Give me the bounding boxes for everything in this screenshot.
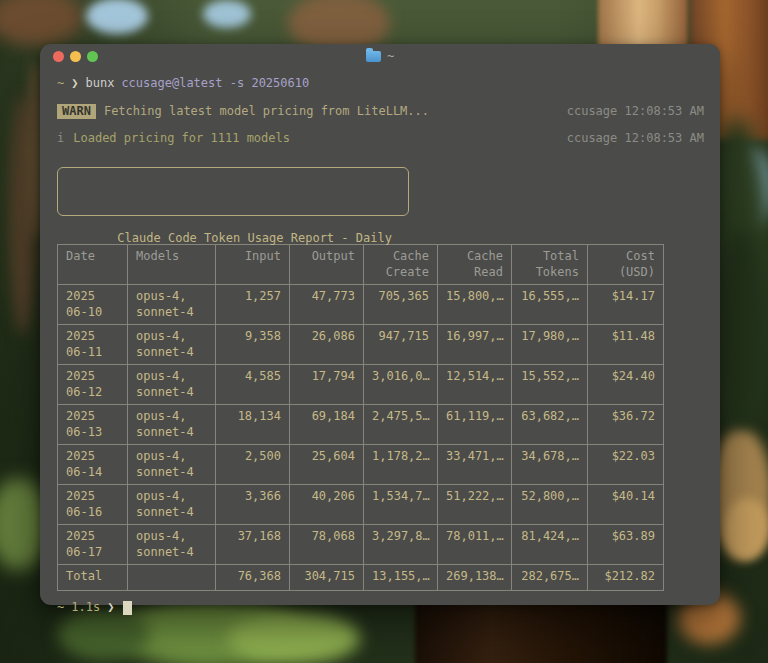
cell-cache-create: 3,297,8…: [364, 525, 438, 565]
cell-cost: $24.40: [588, 365, 664, 405]
command-text: bunx: [85, 76, 114, 91]
cell-input: 9,358: [216, 325, 290, 365]
prompt-arrow-icon: ❯: [107, 600, 114, 615]
cell-cache-read: 51,222,…: [438, 485, 512, 525]
cell-output: 69,184: [290, 405, 364, 445]
cell-output: 25,604: [290, 445, 364, 485]
cell-input: 76,368: [216, 565, 290, 591]
cell-total-tokens: 17,980,…: [512, 325, 588, 365]
usage-table: Date Models Input Output Cache Create Ca…: [57, 244, 664, 591]
log-source: ccusage: [567, 131, 618, 145]
cell-models: opus-4, sonnet-4: [128, 405, 216, 445]
wallpaper-canopy-blob: [0, 0, 83, 46]
cell-cost: $11.48: [588, 325, 664, 365]
cell-input: 18,134: [216, 405, 290, 445]
table-total-row: Total 76,368 304,715 13,155,… 269,138… 2…: [58, 565, 664, 591]
table-row: 2025 06-16 opus-4, sonnet-4 3,366 40,206…: [58, 485, 664, 525]
cell-cache-create: 13,155,…: [364, 565, 438, 591]
cell-output: 304,715: [290, 565, 364, 591]
cell-cost: $14.17: [588, 285, 664, 325]
warn-badge: WARN: [57, 104, 96, 119]
cell-output: 26,086: [290, 325, 364, 365]
cell-cache-create: 947,715: [364, 325, 438, 365]
command-args: ccusage@latest -s 20250610: [121, 76, 309, 91]
info-log-line: i Loaded pricing for 1111 models ccusage…: [57, 131, 704, 146]
table-row: 2025 06-14 opus-4, sonnet-4 2,500 25,604…: [58, 445, 664, 485]
report-title: Claude Code Token Usage Report - Daily: [117, 231, 392, 245]
cell-total-tokens: 16,555,…: [512, 285, 588, 325]
window-title-area: ~: [40, 49, 720, 63]
cell-models: opus-4, sonnet-4: [128, 285, 216, 325]
cell-output: 47,773: [290, 285, 364, 325]
cell-input: 1,257: [216, 285, 290, 325]
wallpaper-foliage-blob: [58, 608, 150, 660]
cell-input: 4,585: [216, 365, 290, 405]
cell-input: 37,168: [216, 525, 290, 565]
table-row: 2025 06-17 opus-4, sonnet-4 37,168 78,06…: [58, 525, 664, 565]
window-title: ~: [387, 49, 394, 63]
log-meta: ccusage 12:08:53 AM: [567, 104, 704, 119]
cell-models: opus-4, sonnet-4: [128, 525, 216, 565]
cell-total-tokens: 81,424,…: [512, 525, 588, 565]
table-row: 2025 06-13 opus-4, sonnet-4 18,134 69,18…: [58, 405, 664, 445]
cell-date: 2025 06-17: [58, 525, 128, 565]
command-line: ~ ❯ bunx ccusage@latest -s 20250610: [57, 76, 704, 91]
terminal-cursor[interactable]: [123, 601, 132, 615]
cell-output: 40,206: [290, 485, 364, 525]
col-header-cache-read: Cache Read: [438, 245, 512, 285]
terminal-content[interactable]: ~ ❯ bunx ccusage@latest -s 20250610 WARN…: [40, 68, 720, 615]
cell-total-tokens: 282,675…: [512, 565, 588, 591]
wallpaper-foliage-blob: [716, 228, 768, 428]
next-prompt-line: ~ 1.1s ❯: [57, 600, 704, 615]
cell-models: opus-4, sonnet-4: [128, 325, 216, 365]
log-time: 12:08:53 AM: [625, 131, 704, 145]
cell-cache-create: 1,178,2…: [364, 445, 438, 485]
cell-date: 2025 06-16: [58, 485, 128, 525]
cell-output: 78,068: [290, 525, 364, 565]
cell-cache-read: 16,997,…: [438, 325, 512, 365]
col-header-total-tokens: Total Tokens: [512, 245, 588, 285]
cell-cache-create: 2,475,5…: [364, 405, 438, 445]
cell-cache-create: 705,365: [364, 285, 438, 325]
prompt-arrow-icon: ❯: [71, 76, 78, 91]
col-header-cost: Cost (USD): [588, 245, 664, 285]
window-titlebar[interactable]: ~: [40, 44, 720, 68]
cell-input: 2,500: [216, 445, 290, 485]
warn-message: Fetching latest model pricing from LiteL…: [104, 104, 429, 119]
warn-log-line: WARN Fetching latest model pricing from …: [57, 104, 704, 119]
cell-total-label: Total: [58, 565, 128, 591]
cell-cache-read: 33,471,…: [438, 445, 512, 485]
cell-cost: $36.72: [588, 405, 664, 445]
cell-cache-read: 15,800,…: [438, 285, 512, 325]
cell-cache-read: 12,514,…: [438, 365, 512, 405]
wallpaper-dry-plants: [724, 498, 768, 560]
cell-total-tokens: 63,682,…: [512, 405, 588, 445]
cell-cost: $40.14: [588, 485, 664, 525]
cell-total-tokens: 34,678,…: [512, 445, 588, 485]
cell-total-tokens: 15,552,…: [512, 365, 588, 405]
cell-models: opus-4, sonnet-4: [128, 365, 216, 405]
cell-date: 2025 06-14: [58, 445, 128, 485]
info-message: Loaded pricing for 1111 models: [73, 131, 290, 146]
cell-input: 3,366: [216, 485, 290, 525]
report-title-box: Claude Code Token Usage Report - Daily: [57, 167, 409, 216]
cell-cache-read: 78,011,…: [438, 525, 512, 565]
cell-date: 2025 06-12: [58, 365, 128, 405]
prompt-cwd: ~: [57, 76, 64, 91]
cell-output: 17,794: [290, 365, 364, 405]
command-duration: 1.1s: [71, 600, 100, 615]
cell-date: 2025 06-11: [58, 325, 128, 365]
cell-models: [128, 565, 216, 591]
cell-cache-read: 61,119,…: [438, 405, 512, 445]
folder-icon: [366, 51, 381, 62]
cell-models: opus-4, sonnet-4: [128, 445, 216, 485]
log-time: 12:08:53 AM: [625, 104, 704, 118]
cell-cost: $63.89: [588, 525, 664, 565]
prompt-cwd: ~: [57, 600, 64, 615]
terminal-window: ~ ~ ❯ bunx ccusage@latest -s 20250610 WA…: [40, 44, 720, 605]
wallpaper-sky-patch: [86, 0, 148, 34]
cell-cache-create: 1,534,7…: [364, 485, 438, 525]
table-row: 2025 06-10 opus-4, sonnet-4 1,257 47,773…: [58, 285, 664, 325]
cell-total-tokens: 52,800,…: [512, 485, 588, 525]
cell-cost: $22.03: [588, 445, 664, 485]
